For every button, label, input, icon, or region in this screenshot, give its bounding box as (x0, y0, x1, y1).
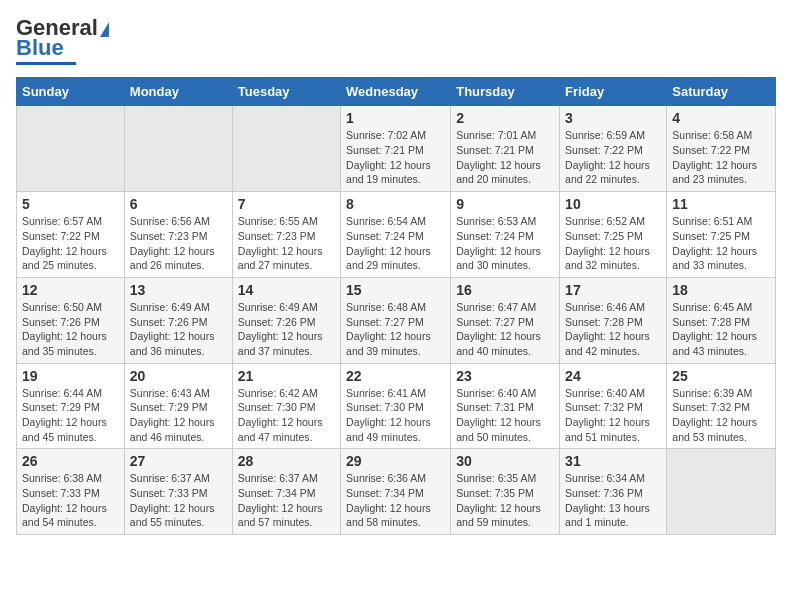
day-number: 19 (22, 368, 119, 384)
calendar-cell: 7 Sunrise: 6:55 AMSunset: 7:23 PMDayligh… (232, 192, 340, 278)
day-number: 12 (22, 282, 119, 298)
day-number: 30 (456, 453, 554, 469)
cell-sunrise: Sunrise: 6:45 AMSunset: 7:28 PMDaylight:… (672, 301, 757, 357)
day-number: 9 (456, 196, 554, 212)
calendar-cell: 20 Sunrise: 6:43 AMSunset: 7:29 PMDaylig… (124, 363, 232, 449)
cell-sunrise: Sunrise: 6:54 AMSunset: 7:24 PMDaylight:… (346, 215, 431, 271)
day-number: 28 (238, 453, 335, 469)
cell-sunrise: Sunrise: 7:02 AMSunset: 7:21 PMDaylight:… (346, 129, 431, 185)
day-number: 13 (130, 282, 227, 298)
day-number: 1 (346, 110, 445, 126)
cell-sunrise: Sunrise: 6:49 AMSunset: 7:26 PMDaylight:… (130, 301, 215, 357)
day-number: 6 (130, 196, 227, 212)
calendar-cell: 3 Sunrise: 6:59 AMSunset: 7:22 PMDayligh… (560, 106, 667, 192)
weekday-header-thursday: Thursday (451, 78, 560, 106)
calendar-cell: 4 Sunrise: 6:58 AMSunset: 7:22 PMDayligh… (667, 106, 776, 192)
day-number: 2 (456, 110, 554, 126)
day-number: 7 (238, 196, 335, 212)
day-number: 5 (22, 196, 119, 212)
calendar-week-row: 1 Sunrise: 7:02 AMSunset: 7:21 PMDayligh… (17, 106, 776, 192)
day-number: 18 (672, 282, 770, 298)
calendar-cell: 22 Sunrise: 6:41 AMSunset: 7:30 PMDaylig… (341, 363, 451, 449)
day-number: 20 (130, 368, 227, 384)
day-number: 21 (238, 368, 335, 384)
weekday-header-tuesday: Tuesday (232, 78, 340, 106)
calendar-cell: 21 Sunrise: 6:42 AMSunset: 7:30 PMDaylig… (232, 363, 340, 449)
calendar-cell: 25 Sunrise: 6:39 AMSunset: 7:32 PMDaylig… (667, 363, 776, 449)
day-number: 24 (565, 368, 661, 384)
day-number: 25 (672, 368, 770, 384)
calendar-cell: 11 Sunrise: 6:51 AMSunset: 7:25 PMDaylig… (667, 192, 776, 278)
logo-line (16, 62, 76, 65)
cell-sunrise: Sunrise: 6:40 AMSunset: 7:31 PMDaylight:… (456, 387, 541, 443)
calendar-cell: 13 Sunrise: 6:49 AMSunset: 7:26 PMDaylig… (124, 277, 232, 363)
cell-sunrise: Sunrise: 6:52 AMSunset: 7:25 PMDaylight:… (565, 215, 650, 271)
cell-sunrise: Sunrise: 6:59 AMSunset: 7:22 PMDaylight:… (565, 129, 650, 185)
logo-blue-text: Blue (16, 36, 64, 60)
cell-sunrise: Sunrise: 6:43 AMSunset: 7:29 PMDaylight:… (130, 387, 215, 443)
calendar-cell: 16 Sunrise: 6:47 AMSunset: 7:27 PMDaylig… (451, 277, 560, 363)
page-header: General Blue (16, 16, 776, 65)
calendar-cell: 23 Sunrise: 6:40 AMSunset: 7:31 PMDaylig… (451, 363, 560, 449)
day-number: 31 (565, 453, 661, 469)
day-number: 3 (565, 110, 661, 126)
calendar-cell: 28 Sunrise: 6:37 AMSunset: 7:34 PMDaylig… (232, 449, 340, 535)
calendar-cell: 31 Sunrise: 6:34 AMSunset: 7:36 PMDaylig… (560, 449, 667, 535)
cell-sunrise: Sunrise: 6:55 AMSunset: 7:23 PMDaylight:… (238, 215, 323, 271)
calendar-cell: 8 Sunrise: 6:54 AMSunset: 7:24 PMDayligh… (341, 192, 451, 278)
calendar-cell (667, 449, 776, 535)
calendar-week-row: 19 Sunrise: 6:44 AMSunset: 7:29 PMDaylig… (17, 363, 776, 449)
calendar-cell (232, 106, 340, 192)
cell-sunrise: Sunrise: 7:01 AMSunset: 7:21 PMDaylight:… (456, 129, 541, 185)
cell-sunrise: Sunrise: 6:51 AMSunset: 7:25 PMDaylight:… (672, 215, 757, 271)
calendar-cell: 12 Sunrise: 6:50 AMSunset: 7:26 PMDaylig… (17, 277, 125, 363)
cell-sunrise: Sunrise: 6:40 AMSunset: 7:32 PMDaylight:… (565, 387, 650, 443)
calendar-cell: 2 Sunrise: 7:01 AMSunset: 7:21 PMDayligh… (451, 106, 560, 192)
day-number: 16 (456, 282, 554, 298)
calendar-week-row: 26 Sunrise: 6:38 AMSunset: 7:33 PMDaylig… (17, 449, 776, 535)
calendar-cell: 10 Sunrise: 6:52 AMSunset: 7:25 PMDaylig… (560, 192, 667, 278)
calendar-cell: 30 Sunrise: 6:35 AMSunset: 7:35 PMDaylig… (451, 449, 560, 535)
calendar-cell: 1 Sunrise: 7:02 AMSunset: 7:21 PMDayligh… (341, 106, 451, 192)
day-number: 23 (456, 368, 554, 384)
cell-sunrise: Sunrise: 6:53 AMSunset: 7:24 PMDaylight:… (456, 215, 541, 271)
cell-sunrise: Sunrise: 6:39 AMSunset: 7:32 PMDaylight:… (672, 387, 757, 443)
calendar-cell: 9 Sunrise: 6:53 AMSunset: 7:24 PMDayligh… (451, 192, 560, 278)
calendar-week-row: 5 Sunrise: 6:57 AMSunset: 7:22 PMDayligh… (17, 192, 776, 278)
cell-sunrise: Sunrise: 6:37 AMSunset: 7:33 PMDaylight:… (130, 472, 215, 528)
cell-sunrise: Sunrise: 6:35 AMSunset: 7:35 PMDaylight:… (456, 472, 541, 528)
calendar-cell: 24 Sunrise: 6:40 AMSunset: 7:32 PMDaylig… (560, 363, 667, 449)
calendar-cell (17, 106, 125, 192)
cell-sunrise: Sunrise: 6:50 AMSunset: 7:26 PMDaylight:… (22, 301, 107, 357)
day-number: 17 (565, 282, 661, 298)
day-number: 15 (346, 282, 445, 298)
cell-sunrise: Sunrise: 6:34 AMSunset: 7:36 PMDaylight:… (565, 472, 650, 528)
day-number: 4 (672, 110, 770, 126)
cell-sunrise: Sunrise: 6:46 AMSunset: 7:28 PMDaylight:… (565, 301, 650, 357)
day-number: 22 (346, 368, 445, 384)
day-number: 10 (565, 196, 661, 212)
day-number: 14 (238, 282, 335, 298)
calendar-cell: 18 Sunrise: 6:45 AMSunset: 7:28 PMDaylig… (667, 277, 776, 363)
calendar-cell (124, 106, 232, 192)
calendar-cell: 5 Sunrise: 6:57 AMSunset: 7:22 PMDayligh… (17, 192, 125, 278)
calendar-cell: 17 Sunrise: 6:46 AMSunset: 7:28 PMDaylig… (560, 277, 667, 363)
calendar-cell: 26 Sunrise: 6:38 AMSunset: 7:33 PMDaylig… (17, 449, 125, 535)
weekday-header-row: SundayMondayTuesdayWednesdayThursdayFrid… (17, 78, 776, 106)
day-number: 11 (672, 196, 770, 212)
cell-sunrise: Sunrise: 6:38 AMSunset: 7:33 PMDaylight:… (22, 472, 107, 528)
cell-sunrise: Sunrise: 6:42 AMSunset: 7:30 PMDaylight:… (238, 387, 323, 443)
cell-sunrise: Sunrise: 6:56 AMSunset: 7:23 PMDaylight:… (130, 215, 215, 271)
calendar-cell: 6 Sunrise: 6:56 AMSunset: 7:23 PMDayligh… (124, 192, 232, 278)
cell-sunrise: Sunrise: 6:48 AMSunset: 7:27 PMDaylight:… (346, 301, 431, 357)
weekday-header-monday: Monday (124, 78, 232, 106)
calendar-cell: 19 Sunrise: 6:44 AMSunset: 7:29 PMDaylig… (17, 363, 125, 449)
cell-sunrise: Sunrise: 6:36 AMSunset: 7:34 PMDaylight:… (346, 472, 431, 528)
calendar-table: SundayMondayTuesdayWednesdayThursdayFrid… (16, 77, 776, 535)
cell-sunrise: Sunrise: 6:47 AMSunset: 7:27 PMDaylight:… (456, 301, 541, 357)
weekday-header-sunday: Sunday (17, 78, 125, 106)
logo: General Blue (16, 16, 110, 65)
calendar-cell: 14 Sunrise: 6:49 AMSunset: 7:26 PMDaylig… (232, 277, 340, 363)
cell-sunrise: Sunrise: 6:58 AMSunset: 7:22 PMDaylight:… (672, 129, 757, 185)
weekday-header-friday: Friday (560, 78, 667, 106)
